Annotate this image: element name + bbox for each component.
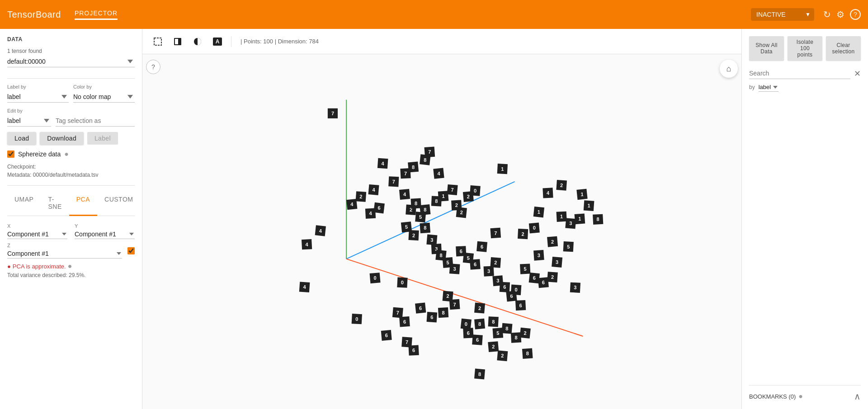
tensor-select[interactable]: default:00000 — [7, 56, 135, 67]
show-all-data-button[interactable]: Show All Data — [749, 36, 784, 61]
svg-rect-2 — [175, 39, 178, 44]
tab-pca[interactable]: PCA — [69, 191, 97, 216]
x-axis-label: X — [7, 223, 67, 229]
sphereize-label: Sphereize data — [18, 150, 61, 158]
color-by-select[interactable]: No color map — [73, 91, 135, 103]
status-selector[interactable]: INACTIVE ACTIVE ▼ — [751, 8, 814, 21]
z-enable-checkbox[interactable] — [127, 247, 135, 254]
svg-text:8: 8 — [424, 225, 426, 230]
label-by-select[interactable]: label — [7, 91, 69, 103]
svg-text:1: 1 — [587, 203, 590, 208]
bookmarks-bar: BOOKMARKS (0) ● ∧ — [749, 385, 861, 402]
search-clear-icon[interactable]: ✕ — [854, 69, 861, 79]
svg-text:3: 3 — [574, 285, 576, 290]
svg-text:0: 0 — [373, 275, 376, 281]
svg-text:8: 8 — [478, 321, 481, 327]
help-circle-icon[interactable]: ? — [850, 9, 861, 20]
tab-umap[interactable]: UMAP — [7, 191, 41, 216]
clear-selection-button[interactable]: Clear selection — [826, 36, 861, 61]
right-panel-spacer — [749, 99, 861, 385]
day-night-icon[interactable] — [189, 33, 206, 50]
svg-text:2: 2 — [359, 194, 362, 199]
points-info: | Points: 100 | Dimension: 784 — [241, 38, 319, 45]
sphereize-help-icon[interactable]: ● — [64, 150, 69, 158]
svg-text:8: 8 — [424, 157, 426, 163]
canvas-area[interactable]: A | Points: 100 | Dimension: 784 ? ⌂ 7 — [142, 29, 741, 409]
select-box-icon[interactable] — [150, 33, 166, 50]
svg-rect-0 — [154, 38, 161, 45]
svg-text:7: 7 — [428, 149, 431, 155]
settings-icon[interactable]: ⚙ — [836, 9, 844, 20]
sidebar: DATA 1 tensor found default:00000 Label … — [0, 29, 142, 409]
sphereize-checkbox[interactable] — [7, 150, 14, 158]
svg-text:8: 8 — [412, 165, 415, 170]
svg-text:0: 0 — [465, 321, 467, 327]
tab-custom[interactable]: CUSTOM — [97, 191, 140, 216]
load-button[interactable]: Load — [7, 132, 36, 145]
svg-text:7: 7 — [406, 339, 408, 345]
bookmarks-title: BOOKMARKS (0) ● — [749, 392, 803, 400]
svg-text:8: 8 — [526, 351, 529, 356]
svg-text:1: 1 — [578, 216, 581, 221]
svg-text:7: 7 — [451, 187, 454, 193]
svg-text:4: 4 — [369, 211, 372, 216]
divider-1 — [7, 78, 135, 79]
metadata-row: Metadata: 00000/default/metadata.tsv — [7, 172, 135, 178]
svg-text:5: 5 — [524, 266, 527, 272]
status-select[interactable]: INACTIVE ACTIVE — [751, 8, 814, 21]
refresh-icon[interactable]: ↻ — [823, 9, 831, 20]
svg-text:4: 4 — [303, 284, 306, 290]
x-component-select[interactable]: Component #1 Component #2 Component #3 — [7, 230, 67, 239]
svg-text:2: 2 — [551, 239, 554, 244]
svg-text:7: 7 — [392, 179, 395, 184]
svg-text:2: 2 — [501, 353, 504, 358]
bookmarks-collapse-icon[interactable]: ∧ — [854, 391, 861, 402]
svg-text:6: 6 — [385, 333, 388, 338]
edit-by-select[interactable]: label — [7, 115, 51, 127]
edit-by-label: Edit by — [7, 108, 51, 113]
svg-text:6: 6 — [481, 244, 483, 249]
pca-warning-help-icon[interactable]: ● — [68, 262, 72, 270]
svg-text:8: 8 — [415, 201, 417, 206]
z-component-select[interactable]: Component #1 Component #2 Component #3 — [7, 249, 122, 259]
svg-text:4: 4 — [319, 228, 322, 234]
search-row: ✕ — [749, 68, 861, 79]
by-label-select[interactable]: label — [759, 83, 778, 92]
main-layout: DATA 1 tensor found default:00000 Label … — [0, 29, 868, 409]
svg-text:6: 6 — [403, 319, 406, 324]
action-buttons: Show All Data Isolate 100 points Clear s… — [749, 36, 861, 61]
svg-text:2: 2 — [412, 233, 415, 238]
bookmarks-help-icon[interactable]: ● — [798, 392, 803, 400]
svg-text:1: 1 — [538, 209, 540, 215]
svg-text:8: 8 — [505, 326, 508, 331]
label-toggle-icon[interactable]: A — [209, 33, 226, 50]
tab-tsne[interactable]: T-SNE — [41, 191, 69, 216]
svg-text:3: 3 — [453, 266, 456, 272]
svg-text:6: 6 — [503, 284, 506, 290]
svg-text:6: 6 — [533, 275, 536, 281]
svg-text:8: 8 — [424, 207, 426, 212]
svg-text:6: 6 — [467, 330, 470, 336]
svg-text:0: 0 — [474, 188, 476, 193]
svg-text:5: 5 — [567, 244, 570, 249]
svg-text:6: 6 — [542, 280, 545, 285]
scatter-plot[interactable]: 7 4 7 7 8 8 7 4 4 2 4 6 4 2 8 5 8 8 1 7 — [142, 54, 741, 409]
color-by-label: Color by — [73, 84, 135, 89]
tag-input[interactable] — [56, 115, 135, 127]
isolate-points-button[interactable]: Isolate 100 points — [788, 36, 822, 61]
svg-text:7: 7 — [453, 302, 456, 307]
svg-text:5: 5 — [405, 224, 408, 230]
download-button[interactable]: Download — [40, 132, 84, 145]
svg-text:2: 2 — [447, 293, 449, 299]
select-night-icon[interactable] — [170, 33, 186, 50]
search-input[interactable] — [749, 68, 850, 79]
y-component-select[interactable]: Component #1 Component #2 Component #3 — [75, 230, 135, 239]
label-button: Label — [87, 132, 118, 145]
svg-text:6: 6 — [419, 306, 422, 311]
svg-text:5: 5 — [496, 330, 499, 336]
svg-text:7: 7 — [331, 111, 334, 116]
z-axis-label: Z — [7, 243, 122, 248]
svg-text:1: 1 — [560, 214, 563, 219]
svg-text:2: 2 — [494, 260, 497, 265]
projector-tab[interactable]: PROJECTOR — [75, 9, 118, 20]
